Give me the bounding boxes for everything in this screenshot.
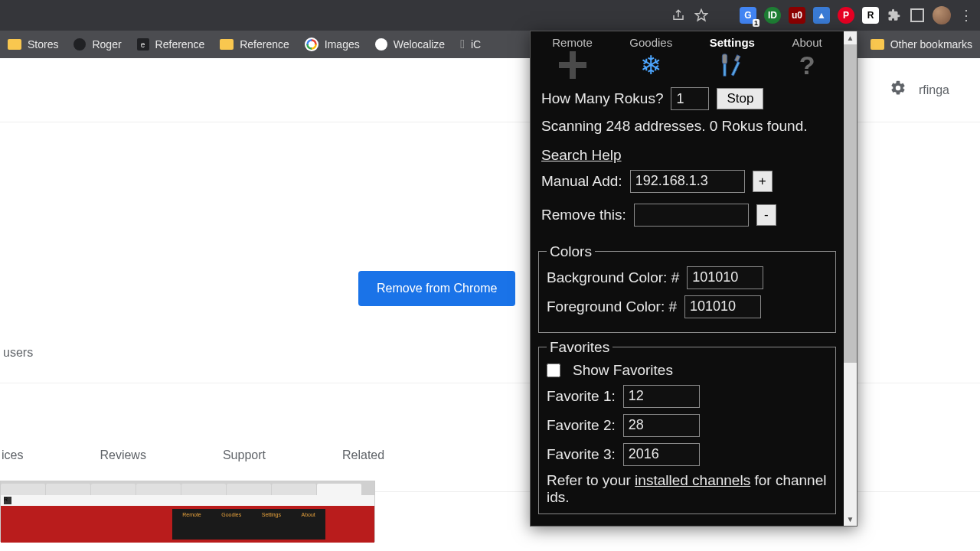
dpad-icon [559,51,586,79]
settings-gear-icon[interactable] [890,80,906,100]
manual-add-button[interactable]: + [753,171,773,192]
remove-button[interactable]: - [756,204,776,226]
store-tabs: ices Reviews Support Related [0,448,384,462]
svg-marker-0 [696,10,707,21]
popup-nav: Remote Goodies ❄ Settings About ? [531,31,844,83]
favorite-2-input[interactable] [623,414,700,437]
apple-icon:  [460,37,465,51]
share-icon[interactable] [671,8,686,23]
scroll-up-icon[interactable]: ▲ [844,31,857,44]
extension-green[interactable]: ID [764,7,781,24]
chrome-toolbar: G1 ID u0 ▲ P R ⋮ [0,0,980,31]
folder-icon [220,39,234,50]
extension-triangle[interactable]: ▲ [813,7,830,24]
tab-reviews[interactable]: Reviews [100,448,145,462]
scrollbar-thumb[interactable] [844,44,857,363]
bookmark-other[interactable]: Other bookmarks [871,38,972,51]
profile-avatar[interactable] [933,6,951,24]
search-help-link[interactable]: Search Help [541,147,622,164]
favorite-2-label: Favorite 2: [547,417,616,434]
fg-color-label: Foreground Color: # [547,298,677,315]
bookmark-welocalize[interactable]: Welocalize [375,38,445,51]
users-text: users [3,346,33,360]
favorites-fieldset: Favorites Show Favorites Favorite 1: Fav… [538,339,836,514]
nav-settings[interactable]: Settings [705,34,760,83]
popup-scrollbar[interactable]: ▲ ▼ [844,31,857,526]
google-icon [305,37,318,51]
manual-add-input[interactable] [630,170,745,193]
extension-pinterest[interactable]: P [838,7,854,24]
extension-remoku[interactable]: R [862,7,879,24]
svg-rect-2 [724,64,726,76]
tools-icon [710,49,755,81]
folder-icon [871,39,884,50]
question-icon: ? [792,49,822,81]
how-many-label: How Many Rokus? [541,90,663,107]
bookmark-images[interactable]: Images [305,37,360,51]
favicon-icon [375,38,387,51]
favicon-icon: e [137,38,149,51]
manual-add-label: Manual Add: [541,173,622,190]
extension-google-translate[interactable]: G1 [740,7,756,24]
bookmark-ic[interactable]: iC [460,37,481,51]
tab-overview[interactable]: ices [2,448,23,462]
stop-button[interactable]: Stop [717,88,763,109]
colors-fieldset: Colors Background Color: # Foreground Co… [538,243,836,333]
favorite-1-input[interactable] [623,385,700,408]
favorites-refer-text: Refer to your installed channels for cha… [547,472,828,506]
extension-popup: Remote Goodies ❄ Settings About ? How Ma… [530,31,858,527]
how-many-input[interactable] [671,87,709,110]
bookmark-roger[interactable]: Roger [74,38,121,51]
scan-status: Scanning 248 addresses. 0 Rokus found. [541,116,833,136]
show-favorites-checkbox[interactable] [547,364,560,377]
svg-rect-1 [723,54,727,64]
installed-channels-link[interactable]: installed channels [635,472,750,488]
bg-color-label: Background Color: # [547,269,679,286]
bookmark-reference-1[interactable]: eReference [137,38,205,51]
screenshot-thumbnail[interactable]: R Remote Goodies Settings About [0,481,375,542]
folder-icon [8,39,21,50]
bookmark-stores[interactable]: Stores [8,38,58,51]
tab-related[interactable]: Related [342,448,384,462]
chrome-menu-icon[interactable]: ⋮ [959,8,974,23]
favorites-legend: Favorites [547,339,612,356]
bg-color-input[interactable] [687,266,763,289]
favorite-3-input[interactable] [623,443,700,466]
tab-support[interactable]: Support [223,448,266,462]
nav-goodies[interactable]: Goodies ❄ [625,34,677,83]
extension-ublock[interactable]: u0 [789,7,805,24]
extensions-icon[interactable] [887,8,902,23]
nav-remote[interactable]: Remote [547,34,597,83]
extension-badge-count: 1 [753,19,760,27]
snowflake-icon: ❄ [629,49,672,81]
bookmark-star-icon[interactable] [694,8,709,23]
svg-rect-3 [735,55,741,62]
bookmark-reference-2[interactable]: Reference [220,38,289,51]
colors-legend: Colors [547,243,595,260]
remove-from-chrome-button[interactable]: Remove from Chrome [358,271,515,306]
remove-label: Remove this: [541,207,626,223]
favicon-icon [74,38,86,51]
fg-color-input[interactable] [684,295,761,318]
show-favorites-label: Show Favorites [573,362,673,379]
favorite-3-label: Favorite 3: [547,446,616,463]
remove-input[interactable] [634,204,749,227]
svg-rect-4 [732,61,740,76]
nav-about[interactable]: About ? [788,34,827,83]
favorite-1-label: Favorite 1: [547,388,616,405]
user-email-truncated: rfinga [919,83,949,97]
side-panel-icon[interactable] [910,8,925,23]
scroll-down-icon[interactable]: ▼ [844,513,857,526]
